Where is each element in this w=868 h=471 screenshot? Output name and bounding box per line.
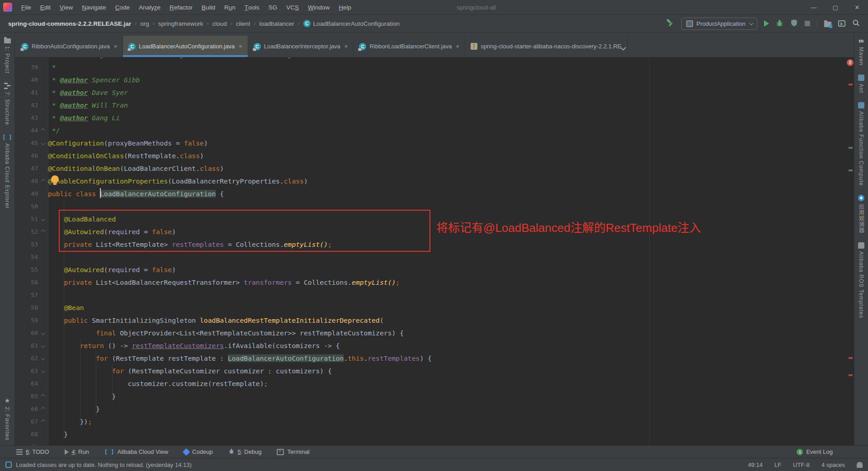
fold-marker[interactable]: [38, 420, 48, 423]
tool-window-button-alibaba-cloud-explorer[interactable]: Alibaba Cloud Explorer: [0, 130, 14, 213]
code-line[interactable]: 66 }: [15, 402, 854, 415]
breadcrumb-item[interactable]: client: [234, 19, 252, 28]
code-line[interactable]: 45@Configuration(proxyBeanMethods = fals…: [15, 137, 854, 149]
line-number[interactable]: 44: [15, 127, 38, 134]
fold-marker[interactable]: [38, 230, 48, 233]
fold-marker[interactable]: [38, 369, 48, 372]
code-line[interactable]: 46@ConditionalOnClass(RestTemplate.class…: [15, 149, 854, 162]
code-line[interactable]: 40 * @author Spencer Gibb: [15, 73, 854, 86]
editor-tab[interactable]: CLoadBalancerAutoConfiguration.java×: [123, 36, 248, 57]
close-tab-icon[interactable]: ×: [239, 43, 242, 50]
tool-window-button-terminal[interactable]: Terminal: [277, 448, 309, 455]
menu-window[interactable]: Window: [303, 0, 334, 14]
intention-bulb-icon[interactable]: [51, 175, 59, 183]
menu-view[interactable]: View: [55, 0, 77, 14]
line-number[interactable]: 42: [15, 102, 38, 108]
line-number[interactable]: 46: [15, 152, 38, 159]
line-number[interactable]: 52: [15, 228, 38, 235]
menu-vcs[interactable]: VCS: [282, 0, 303, 14]
menu-tools[interactable]: Tools: [240, 0, 264, 14]
stop-button[interactable]: [805, 21, 810, 26]
code-line[interactable]: 65 }: [15, 390, 854, 402]
line-number[interactable]: 40: [15, 76, 38, 83]
menu-build[interactable]: Build: [197, 0, 220, 14]
fold-marker[interactable]: [38, 129, 48, 132]
close-tab-icon[interactable]: ×: [456, 43, 460, 50]
code-line[interactable]: 49public class LoadBalancerAutoConfigura…: [15, 187, 854, 200]
code-line[interactable]: 44 */: [15, 124, 854, 137]
line-number[interactable]: 48: [15, 178, 38, 184]
code-line[interactable]: 57: [15, 288, 854, 301]
event-log-button[interactable]: 1 Event Log: [797, 448, 863, 455]
breadcrumb-item[interactable]: cloud: [211, 19, 229, 28]
code-line[interactable]: 69: [15, 440, 854, 445]
line-number[interactable]: 57: [15, 292, 38, 298]
status-indent[interactable]: 4 spaces: [821, 462, 845, 468]
line-number[interactable]: 54: [15, 254, 38, 260]
line-number[interactable]: 64: [15, 380, 38, 387]
line-number[interactable]: 56: [15, 279, 38, 286]
tool-window-button-6-todo[interactable]: 6: TODO: [16, 448, 49, 455]
tool-window-button-alibaba-cloud-view[interactable]: Alibaba Cloud View: [104, 448, 168, 455]
tool-window-button-maven[interactable]: Maven: [858, 33, 864, 70]
code-line[interactable]: 41 * @author Dave Syer: [15, 86, 854, 99]
line-number[interactable]: 61: [15, 342, 38, 349]
fold-marker[interactable]: [38, 344, 48, 347]
code-line[interactable]: 62 for (RestTemplate restTemplate : Load…: [15, 352, 854, 364]
menu-analyze[interactable]: Analyze: [134, 0, 165, 14]
menu-help[interactable]: Help: [334, 0, 356, 14]
line-number[interactable]: 50: [15, 203, 38, 210]
debug-button[interactable]: [776, 19, 783, 28]
status-encoding[interactable]: UTF-8: [793, 462, 810, 468]
line-number[interactable]: 60: [15, 330, 38, 336]
code-line[interactable]: 60 final ObjectProvider<List<RestTemplat…: [15, 326, 854, 339]
code-line[interactable]: 47@ConditionalOnBean(LoadBalancerClient.…: [15, 162, 854, 174]
code-line[interactable]: 63 for (RestTemplateCustomizer customize…: [15, 364, 854, 377]
fold-marker[interactable]: [38, 217, 48, 221]
tool-window-button-7-structure[interactable]: 7: Structure: [0, 78, 14, 130]
line-number[interactable]: 66: [15, 405, 38, 412]
tool-window-button-alibaba-ros-templates[interactable]: Alibaba ROS Templates: [858, 238, 864, 323]
code-line[interactable]: 64 customizer.customize(restTemplate);: [15, 377, 854, 390]
editor-tab[interactable]: CRibbonAutoConfiguration.java×: [16, 36, 123, 57]
line-number[interactable]: 58: [15, 304, 38, 311]
code-line[interactable]: 38 * Auto-configuration for blocking cli…: [15, 57, 854, 61]
tool-window-button-codeup[interactable]: Codeup: [184, 448, 213, 455]
menu-sg[interactable]: SG: [264, 0, 282, 14]
close-tab-icon[interactable]: ×: [344, 43, 348, 50]
search-everywhere-icon[interactable]: [852, 19, 860, 28]
breadcrumb-item[interactable]: loadbalancer: [257, 19, 296, 28]
line-number[interactable]: 43: [15, 114, 38, 121]
editor-tab[interactable]: spring-cloud-starter-alibaba-nacos-disco…: [465, 36, 627, 57]
status-caret-position[interactable]: 49:14: [748, 462, 763, 468]
error-stripe-mark[interactable]: [849, 147, 853, 149]
run-configuration-select[interactable]: ProductApplication: [681, 18, 757, 30]
breadcrumb-class[interactable]: CLoadBalancerAutoConfiguration: [302, 19, 401, 28]
line-number[interactable]: 55: [15, 266, 38, 273]
line-number[interactable]: 53: [15, 241, 38, 248]
run-dashboard-icon[interactable]: [838, 20, 845, 27]
code-line[interactable]: 55 @Autowired(required = false): [15, 263, 854, 276]
tool-window-button-1-project[interactable]: 1: Project: [0, 33, 14, 78]
line-number[interactable]: 62: [15, 355, 38, 362]
tool-window-button-ant[interactable]: Ant: [858, 70, 864, 98]
code-line[interactable]: 61 return () -> restTemplateCustomizers.…: [15, 339, 854, 352]
fold-marker[interactable]: [38, 407, 48, 410]
line-number[interactable]: 38: [15, 57, 38, 58]
code-line[interactable]: 58 @Bean: [15, 301, 854, 314]
close-button[interactable]: ✕: [846, 0, 868, 15]
code-line[interactable]: 48@EnableConfigurationProperties(LoadBal…: [15, 174, 854, 187]
menu-refactor[interactable]: Refactor: [165, 0, 197, 14]
inspections-hector-icon[interactable]: [857, 462, 863, 468]
code-line[interactable]: 39 *: [15, 61, 854, 73]
line-number[interactable]: 68: [15, 431, 38, 438]
error-count-badge[interactable]: 8: [847, 59, 854, 66]
menu-edit[interactable]: Edit: [36, 0, 55, 14]
breadcrumb-item[interactable]: springframework: [156, 19, 205, 28]
fold-marker[interactable]: [38, 179, 48, 183]
line-number[interactable]: 49: [15, 190, 38, 197]
run-with-coverage-button[interactable]: [790, 19, 798, 28]
breadcrumb-item[interactable]: spring-cloud-commons-2.2.2.RELEASE.jar: [6, 19, 133, 28]
line-number[interactable]: 41: [15, 89, 38, 96]
line-number[interactable]: 45: [15, 140, 38, 146]
